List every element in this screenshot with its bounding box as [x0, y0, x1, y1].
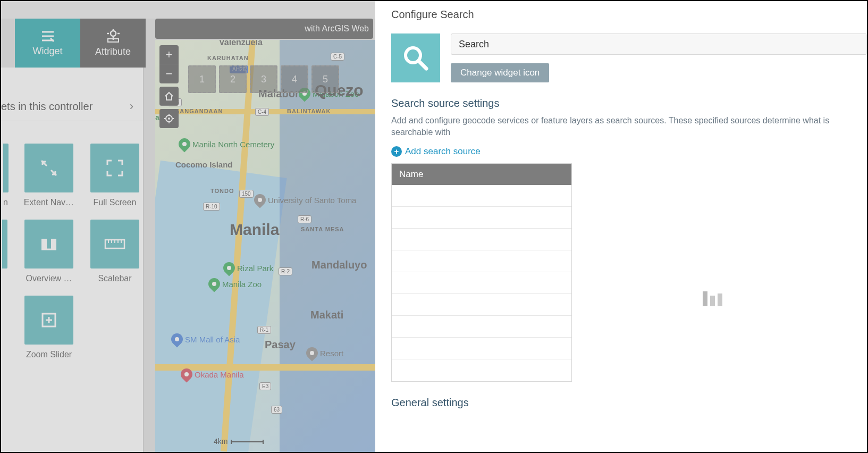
map-placeholder-5[interactable]: 5 — [311, 65, 339, 93]
fullscreen-icon — [90, 144, 139, 192]
controller-section-row[interactable]: ets in this controller › — [1, 92, 143, 121]
widget-item-fragment-3 — [1, 296, 9, 359]
table-row[interactable] — [392, 294, 571, 316]
map-scale: 4km — [214, 437, 264, 446]
map-shield: 63 — [271, 406, 282, 414]
map-shield: 150 — [239, 190, 254, 198]
attribute-icon — [106, 29, 121, 43]
map-placeholder-2[interactable]: 2 — [219, 65, 247, 93]
map-shield: C-5 — [331, 53, 344, 61]
home-button[interactable] — [159, 87, 179, 106]
overview-icon — [24, 220, 73, 269]
map-shield: R-10 — [203, 203, 220, 211]
widget-tile-fragment — [3, 144, 9, 192]
map-poi: University of Santo Toma — [254, 194, 356, 206]
search-source-settings-desc: Add and configure geocode services or fe… — [391, 115, 867, 139]
map-label: Mandaluyo — [311, 259, 367, 271]
widget-label-extent: Extent Nav… — [24, 198, 74, 207]
widget-tile-fragment-2 — [2, 220, 7, 269]
map-label: Cocomo Island — [175, 160, 233, 169]
widget-item-overview[interactable]: Overview … — [23, 220, 74, 284]
widget-item-fragment[interactable]: n — [1, 144, 9, 208]
general-settings-title: General settings — [391, 397, 867, 409]
tab-attribute-label: Attribute — [95, 46, 131, 57]
map-placeholder-1[interactable]: 1 — [188, 65, 216, 93]
map-label: Valenzuela — [219, 40, 263, 47]
tab-attribute[interactable]: Attribute — [80, 19, 146, 68]
widget-label-overview: Overview … — [26, 274, 72, 283]
tab-widget[interactable]: Widget — [15, 19, 80, 68]
map-poi: Manila North Cemetery — [179, 138, 274, 150]
widget-label-scalebar: Scalebar — [98, 274, 131, 283]
map-poi: SM Mall of Asia — [171, 333, 240, 345]
chevron-right-icon: › — [130, 99, 133, 113]
table-row[interactable] — [392, 250, 571, 272]
widget-item-zoom-slider[interactable]: Zoom Slider — [23, 296, 74, 359]
table-row[interactable] — [392, 207, 571, 229]
map-label-manila: Manila — [230, 221, 279, 239]
table-row[interactable] — [392, 338, 571, 359]
controller-section-label: ets in this controller — [1, 100, 92, 113]
app-top-strip — [1, 1, 375, 19]
map-placeholder-3[interactable]: 3 — [250, 65, 277, 93]
locate-button[interactable] — [159, 109, 179, 128]
map-shield: R-2 — [279, 267, 292, 275]
table-row[interactable] — [392, 272, 571, 294]
widget-icon-preview — [391, 33, 440, 82]
map-placeholder-4[interactable]: 4 — [281, 65, 308, 93]
widget-grid: n Extent Nav… Full Screen — [1, 144, 143, 359]
loading-spinner-icon — [703, 291, 722, 306]
map-shield: E3 — [259, 382, 271, 390]
widget-label-fullscreen: Full Screen — [94, 198, 137, 207]
table-row[interactable] — [392, 185, 571, 207]
table-header-name: Name — [392, 164, 571, 185]
map-label: TONDO — [210, 188, 234, 194]
svg-rect-2 — [41, 239, 47, 249]
map-poi: Rizal Park — [223, 262, 273, 274]
search-source-settings-title: Search source settings — [391, 97, 867, 110]
left-widget-panel: ets in this controller › n Extent Nav… F… — [1, 68, 144, 452]
map-controls: + − — [159, 45, 179, 128]
map-header-bar: with ArcGIS Web — [155, 19, 373, 39]
widget-label-fragment: n — [3, 198, 9, 208]
extent-navigate-icon — [24, 144, 73, 192]
map-label: BALINTAWAK — [287, 108, 331, 114]
map-label: SANGANDAAN — [175, 108, 223, 114]
svg-rect-1 — [108, 39, 119, 42]
widget-name-input[interactable] — [451, 33, 867, 55]
widget-item-scalebar[interactable]: Scalebar — [89, 220, 140, 284]
map-header-text: with ArcGIS Web — [305, 24, 369, 33]
plus-circle-icon: + — [391, 146, 402, 157]
svg-point-0 — [111, 31, 116, 36]
tab-widget-label: Widget — [32, 46, 62, 57]
map-poi: Manila Zoo — [208, 278, 262, 290]
builder-tab-bar: Widget Attribute — [15, 19, 146, 68]
map-poi: Resort — [306, 347, 343, 359]
zoom-out-button[interactable]: − — [159, 64, 179, 83]
search-source-table: Name — [391, 163, 572, 382]
table-row[interactable] — [392, 359, 571, 381]
map-layer-overlay — [280, 40, 375, 452]
map-widget-placeholders: 1 2 3 4 5 — [188, 65, 339, 93]
svg-rect-3 — [51, 239, 56, 249]
table-row[interactable] — [392, 316, 571, 338]
table-row[interactable] — [392, 229, 571, 250]
map-label: SANTA MESA — [301, 226, 344, 232]
widget-label-zoom-slider: Zoom Slider — [26, 350, 72, 359]
map-shield: R-6 — [298, 215, 311, 223]
change-widget-icon-button[interactable]: Change widget icon — [451, 63, 549, 82]
widget-item-fullscreen[interactable]: Full Screen — [89, 144, 140, 208]
widget-icon — [40, 30, 56, 43]
add-search-source-label: Add search source — [405, 146, 481, 157]
zoom-in-button[interactable]: + — [159, 45, 179, 64]
add-search-source-link[interactable]: + Add search source — [391, 146, 867, 157]
zoom-slider-icon — [24, 296, 73, 345]
widget-item-extent-navigate[interactable]: Extent Nav… — [23, 144, 74, 208]
widget-item-fragment-2[interactable] — [1, 220, 9, 284]
svg-point-7 — [168, 118, 170, 120]
scalebar-icon — [90, 220, 139, 269]
map-shield: R-1 — [257, 326, 271, 334]
configure-search-panel: Configure Search Change widget icon Sear… — [376, 1, 867, 452]
search-icon — [401, 44, 430, 72]
map-canvas[interactable]: Valenzuela KARUHATAN Malabon Malabon Zoo… — [155, 40, 375, 452]
